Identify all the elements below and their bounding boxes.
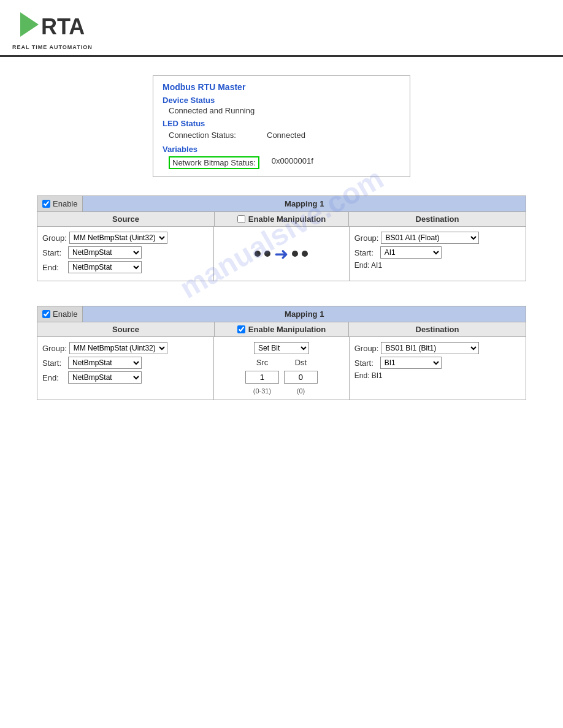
mapping2-enable-cell[interactable]: Enable bbox=[37, 306, 83, 322]
manip-type-row: Set Bit bbox=[254, 342, 309, 354]
mapping1-enable-cell[interactable]: Enable bbox=[37, 196, 83, 211]
manip-type-select[interactable]: Set Bit bbox=[254, 342, 309, 354]
mapping1-start-select[interactable]: NetBmpStat bbox=[68, 246, 142, 259]
mapping2-dst-group-row: Group: BS01 BI1 (Bit1) bbox=[354, 342, 521, 354]
dot1 bbox=[255, 251, 261, 257]
dot3 bbox=[292, 251, 298, 257]
mapping1-dst-group-label: Group: bbox=[354, 233, 379, 243]
mapping1-table: Enable Mapping 1 Source Enable Manipulat… bbox=[37, 195, 526, 281]
mapping2-enable-label: Enable bbox=[53, 309, 77, 319]
mapping2-columns: Source Enable Manipulation Destination bbox=[37, 322, 526, 337]
network-bitmap-value: 0x0000001f bbox=[272, 156, 313, 169]
modbus-title: Modbus RTU Master bbox=[163, 82, 400, 92]
mapping2-header: Enable Mapping 1 bbox=[37, 306, 526, 322]
manip-dst-hint: (0) bbox=[284, 387, 318, 395]
mapping1-destination-header: Destination bbox=[349, 212, 526, 226]
mapping1-source-header: Source bbox=[37, 212, 215, 226]
mapping1-group-select[interactable]: MM NetBmpStat (Uint32) bbox=[69, 232, 167, 244]
page-header: RTA REAL TIME AUTOMATION bbox=[0, 0, 563, 57]
mapping1-group-row: Group: MM NetBmpStat (Uint32) bbox=[42, 232, 209, 244]
mapping1-group-label: Group: bbox=[42, 233, 67, 243]
connection-status-label: Connection Status: bbox=[169, 131, 255, 140]
mapping1-dst-end: End: AI1 bbox=[354, 261, 521, 270]
mapping1-header: Enable Mapping 1 bbox=[37, 196, 526, 212]
dot4 bbox=[302, 251, 308, 257]
connection-status-row: Connection Status: Connected bbox=[163, 129, 400, 141]
manip-src-input[interactable] bbox=[245, 371, 279, 384]
mapping1-data: Group: MM NetBmpStat (Uint32) Start: Net… bbox=[37, 227, 526, 281]
mapping1-dst-start-select[interactable]: AI1 bbox=[380, 246, 442, 259]
mapping2-manipulation-header[interactable]: Enable Manipulation bbox=[215, 322, 349, 336]
mapping2-data: Group: MM NetBmpStat (Uint32) Start: Net… bbox=[37, 337, 526, 400]
main-content: manualsive.com Modbus RTU Master Device … bbox=[0, 57, 563, 443]
manip-dst-label: Dst bbox=[284, 358, 318, 367]
manip-inner: Set Bit Src Dst (0-31) bbox=[219, 342, 343, 395]
mapping1-dst-start-label: Start: bbox=[354, 248, 378, 257]
company-name: REAL TIME AUTOMATION bbox=[12, 44, 93, 50]
manip-hints: (0-31) (0) bbox=[245, 387, 318, 395]
mapping2-table: Enable Mapping 1 Source Enable Manipulat… bbox=[37, 306, 526, 400]
mapping2-dst-end: End: BI1 bbox=[354, 371, 521, 380]
led-status-label: LED Status bbox=[163, 119, 400, 128]
mapping2-dst-start-select[interactable]: BI1 bbox=[380, 357, 442, 369]
mapping2-end-row: End: NetBmpStat bbox=[42, 371, 209, 384]
mapping2-manip-checkbox[interactable] bbox=[237, 325, 245, 333]
mapping2-dst-group-label: Group: bbox=[354, 344, 379, 353]
connection-status-value: Connected bbox=[267, 131, 305, 140]
device-status-label: Device Status bbox=[163, 96, 400, 105]
mapping1-manip-label: Enable Manipulation bbox=[248, 214, 326, 224]
mapping2-manip-section: Set Bit Src Dst (0-31) bbox=[214, 337, 349, 400]
mapping1-start-row: Start: NetBmpStat bbox=[42, 246, 209, 259]
mapping1-dst-start-row: Start: AI1 bbox=[354, 246, 521, 259]
mapping2-source-header: Source bbox=[37, 322, 215, 336]
mapping2-dst-start-row: Start: BI1 bbox=[354, 357, 521, 369]
mapping2-manip-label: Enable Manipulation bbox=[248, 325, 326, 334]
mapping2-group-select[interactable]: MM NetBmpStat (Uint32) bbox=[69, 342, 167, 354]
manip-inputs[interactable] bbox=[245, 371, 318, 384]
mapping1-dst-group-select[interactable]: BS01 AI1 (Float) bbox=[381, 232, 479, 244]
mapping2-start-row: Start: NetBmpStat bbox=[42, 357, 209, 369]
mapping1-arrow: ➜ bbox=[255, 244, 308, 264]
mapping1-dst-group-row: Group: BS01 AI1 (Float) bbox=[354, 232, 521, 244]
svg-text:RTA: RTA bbox=[41, 14, 85, 39]
mapping1-section: Enable Mapping 1 Source Enable Manipulat… bbox=[37, 195, 526, 281]
mapping1-enable-checkbox[interactable] bbox=[42, 200, 50, 208]
mapping1-manip-section: ➜ bbox=[214, 227, 349, 281]
mapping1-enable-label: Enable bbox=[53, 199, 77, 208]
network-bitmap-row: Network Bitmap Status: 0x0000001f bbox=[163, 155, 400, 170]
manip-src-label: Src bbox=[245, 358, 279, 367]
device-status-value: Connected and Running bbox=[163, 106, 400, 115]
logo-box: RTA bbox=[15, 6, 89, 43]
mapping1-destination: Group: BS01 AI1 (Float) Start: AI1 End: … bbox=[350, 227, 526, 281]
dot2 bbox=[264, 251, 270, 257]
mapping1-end-select[interactable]: NetBmpStat bbox=[68, 261, 142, 273]
mapping2-dst-start-label: Start: bbox=[354, 358, 378, 368]
mapping2-source: Group: MM NetBmpStat (Uint32) Start: Net… bbox=[37, 337, 214, 400]
mapping2-end-label: End: bbox=[42, 373, 66, 382]
svg-marker-0 bbox=[20, 12, 39, 37]
mapping2-section: Enable Mapping 1 Source Enable Manipulat… bbox=[37, 306, 526, 400]
manip-labels: Src Dst bbox=[245, 358, 318, 367]
rta-logo-svg: RTA bbox=[15, 6, 89, 43]
status-box: Modbus RTU Master Device Status Connecte… bbox=[153, 75, 410, 177]
logo-container: RTA REAL TIME AUTOMATION bbox=[12, 6, 93, 50]
mapping1-columns: Source Enable Manipulation Destination bbox=[37, 212, 526, 227]
mapping2-dst-group-select[interactable]: BS01 BI1 (Bit1) bbox=[381, 342, 479, 354]
mapping2-enable-checkbox[interactable] bbox=[42, 310, 50, 318]
mapping1-manip-checkbox[interactable] bbox=[237, 215, 245, 223]
mapping1-start-label: Start: bbox=[42, 248, 66, 257]
mapping2-end-select[interactable]: NetBmpStat bbox=[68, 371, 142, 384]
mapping1-end-label: End: bbox=[42, 263, 66, 272]
manip-src-hint: (0-31) bbox=[245, 387, 279, 395]
mapping1-manipulation-header[interactable]: Enable Manipulation bbox=[215, 212, 349, 226]
mapping2-group-label: Group: bbox=[42, 344, 67, 353]
mapping2-title: Mapping 1 bbox=[83, 306, 526, 322]
mapping1-source: Group: MM NetBmpStat (Uint32) Start: Net… bbox=[37, 227, 214, 281]
network-bitmap-label: Network Bitmap Status: bbox=[169, 156, 259, 169]
mapping2-start-label: Start: bbox=[42, 358, 66, 368]
mapping2-start-select[interactable]: NetBmpStat bbox=[68, 357, 142, 369]
mapping2-destination-header: Destination bbox=[349, 322, 526, 336]
network-bitmap-label-box: Network Bitmap Status: bbox=[169, 156, 259, 169]
mapping1-end-row: End: NetBmpStat bbox=[42, 261, 209, 273]
manip-dst-input[interactable] bbox=[284, 371, 318, 384]
